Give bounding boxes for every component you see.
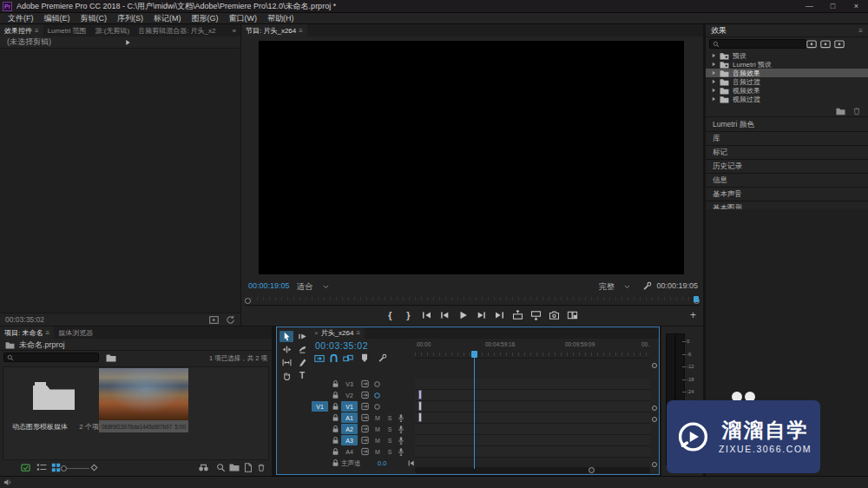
new-bin-icon[interactable] bbox=[229, 463, 240, 472]
panel-header-0[interactable]: Lumetri 颜色 bbox=[706, 118, 868, 132]
panel-menu-icon[interactable]: ≡ bbox=[299, 27, 303, 35]
track-lane-V1[interactable] bbox=[415, 401, 650, 412]
panel-menu-icon[interactable]: ≡ bbox=[356, 329, 360, 337]
no-clip-selected-row[interactable]: (未选择剪辑) bbox=[0, 36, 240, 49]
menu-item-3[interactable]: 序列(S) bbox=[112, 13, 148, 24]
effects-tree-item-5[interactable]: 视频过渡 bbox=[706, 95, 868, 103]
timeline-clip-A1[interactable] bbox=[418, 412, 422, 422]
play-icon[interactable] bbox=[458, 310, 469, 320]
close-button[interactable]: × bbox=[845, 0, 868, 12]
comparison-view-icon[interactable] bbox=[568, 310, 578, 320]
scrollbar-handle[interactable] bbox=[589, 467, 595, 473]
previous-keyframe-icon[interactable] bbox=[407, 459, 415, 467]
add-marker-icon[interactable] bbox=[360, 353, 369, 363]
menu-item-5[interactable]: 图形(G) bbox=[187, 13, 224, 24]
expander-icon[interactable] bbox=[712, 79, 716, 84]
project-writable-icon[interactable] bbox=[21, 463, 30, 472]
zoom-in-handle[interactable] bbox=[90, 464, 98, 472]
expander-icon[interactable] bbox=[712, 88, 716, 93]
track-target-A3[interactable]: A3 bbox=[341, 435, 358, 445]
panel-header-1[interactable]: 库 bbox=[706, 132, 868, 146]
button-editor-add-icon[interactable]: + bbox=[690, 310, 696, 320]
step-back-icon[interactable] bbox=[440, 310, 450, 320]
new-custom-bin-icon[interactable] bbox=[836, 107, 845, 115]
playhead-head[interactable] bbox=[471, 351, 477, 358]
sync-lock-icon[interactable] bbox=[361, 436, 370, 445]
extract-icon[interactable] bbox=[531, 310, 542, 320]
mute-button[interactable]: M bbox=[373, 447, 382, 456]
program-playhead[interactable] bbox=[694, 296, 699, 302]
project-search-input[interactable] bbox=[3, 353, 99, 362]
lock-icon[interactable] bbox=[332, 379, 339, 388]
mute-button[interactable]: M bbox=[373, 436, 382, 445]
track-output-eye-icon[interactable] bbox=[373, 380, 381, 388]
add-marker-icon[interactable] bbox=[367, 310, 378, 320]
panel-menu-icon[interactable]: ≡ bbox=[35, 27, 39, 35]
mute-button[interactable]: M bbox=[373, 425, 382, 433]
track-target-V2[interactable]: V2 bbox=[341, 390, 358, 400]
go-to-in-icon[interactable] bbox=[422, 310, 432, 320]
minimize-button[interactable]: — bbox=[798, 0, 821, 12]
master-volume-value[interactable]: 0.0 bbox=[378, 459, 386, 467]
voiceover-mic-icon[interactable] bbox=[398, 447, 404, 457]
sync-lock-icon[interactable] bbox=[361, 425, 370, 433]
timeline-horizontal-scrollbar[interactable] bbox=[415, 467, 650, 473]
track-output-eye-icon[interactable] bbox=[373, 403, 381, 411]
effects-tree-item-0[interactable]: 预设 bbox=[706, 51, 868, 60]
voiceover-mic-icon[interactable] bbox=[398, 413, 404, 423]
lock-icon[interactable] bbox=[332, 458, 339, 467]
tab-sequence[interactable]: × 片头_x264 ≡ bbox=[310, 327, 365, 339]
sync-lock-icon[interactable] bbox=[361, 402, 370, 411]
track-lane-V2[interactable] bbox=[415, 390, 650, 401]
solo-button[interactable]: S bbox=[385, 413, 394, 422]
effects-tree-item-2[interactable]: 音频效果 bbox=[706, 69, 868, 77]
ripple-edit-tool[interactable] bbox=[279, 344, 293, 355]
type-tool[interactable]: T bbox=[295, 370, 309, 381]
find-icon[interactable] bbox=[216, 463, 226, 472]
selection-tool[interactable] bbox=[279, 331, 293, 342]
linked-selection-icon[interactable] bbox=[343, 353, 353, 363]
lock-icon[interactable] bbox=[332, 413, 339, 422]
close-sequence-icon[interactable]: × bbox=[314, 329, 319, 337]
expander-icon[interactable] bbox=[712, 62, 716, 67]
effects-tree-item-1[interactable]: Lumetri 预设 bbox=[706, 60, 868, 69]
track-target-A2[interactable]: A2 bbox=[341, 424, 358, 434]
slip-tool[interactable] bbox=[279, 357, 293, 368]
expander-icon[interactable] bbox=[712, 96, 716, 102]
32bit-effects-filter-icon[interactable] bbox=[820, 39, 831, 49]
list-view-icon[interactable] bbox=[36, 463, 47, 472]
solo-button[interactable]: S bbox=[385, 425, 394, 433]
tab-project-0[interactable]: 项目: 未命名≡ bbox=[0, 326, 54, 339]
track-target-A1[interactable]: A1 bbox=[341, 412, 358, 423]
insert-overwrite-nest-icon[interactable] bbox=[314, 353, 325, 363]
tab-effect-controls-0[interactable]: 效果控件≡ bbox=[0, 24, 43, 36]
razor-tool[interactable] bbox=[295, 344, 309, 355]
mark-out-icon[interactable]: } bbox=[404, 310, 414, 320]
voiceover-mic-icon[interactable] bbox=[398, 436, 404, 445]
panel-header-3[interactable]: 历史记录 bbox=[706, 160, 868, 174]
new-item-icon[interactable] bbox=[244, 463, 253, 472]
lift-icon[interactable] bbox=[513, 310, 523, 320]
lock-icon[interactable] bbox=[332, 425, 339, 433]
zoom-out-handle[interactable] bbox=[61, 465, 67, 472]
expander-icon[interactable] bbox=[712, 70, 716, 76]
filter-bin-icon[interactable] bbox=[106, 353, 116, 362]
vscroll-handle[interactable] bbox=[652, 406, 657, 411]
track-target-V3[interactable]: V3 bbox=[341, 379, 358, 389]
clip-item-selected[interactable]: 068f9f23976da1445d6f7b97fa 5:00 bbox=[99, 368, 188, 432]
mark-in-icon[interactable]: { bbox=[385, 310, 396, 320]
panel-header-4[interactable]: 信息 bbox=[706, 174, 868, 188]
delete-custom-item-icon[interactable] bbox=[852, 107, 861, 115]
pen-tool[interactable] bbox=[295, 357, 309, 368]
menu-item-1[interactable]: 编辑(E) bbox=[39, 13, 76, 24]
fit-select[interactable]: 适合 bbox=[297, 281, 312, 293]
hand-tool[interactable] bbox=[279, 370, 293, 381]
maximize-button[interactable]: □ bbox=[821, 0, 845, 12]
loop-icon[interactable] bbox=[226, 315, 235, 325]
sync-lock-icon[interactable] bbox=[361, 447, 370, 456]
snap-magnet-icon[interactable] bbox=[329, 353, 339, 363]
menu-item-0[interactable]: 文件(F) bbox=[3, 13, 39, 24]
menu-item-7[interactable]: 帮助(H) bbox=[262, 13, 299, 24]
zoom-slider[interactable] bbox=[67, 468, 89, 469]
lock-icon[interactable] bbox=[332, 391, 339, 399]
